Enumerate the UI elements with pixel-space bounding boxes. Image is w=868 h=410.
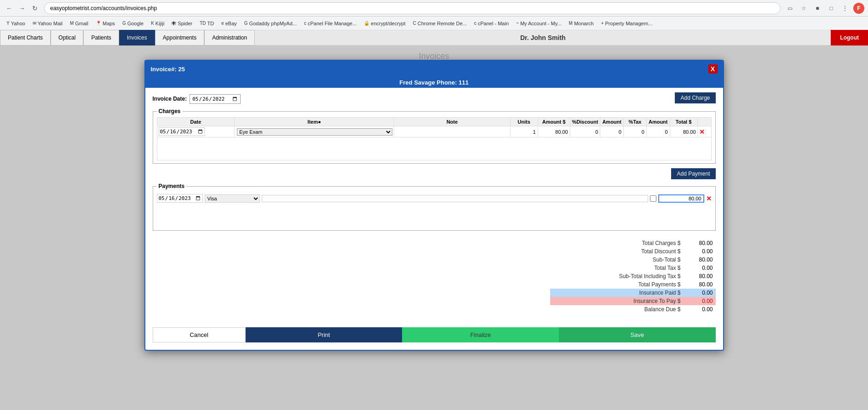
subtotal-tax-value: 80.00: [684, 272, 716, 280]
forward-button[interactable]: →: [17, 3, 28, 14]
totals-table: Total Charges $ 80.00 Total Discount $ 0…: [550, 239, 716, 313]
menu-icon[interactable]: ⋮: [839, 3, 851, 14]
charge-amount-input[interactable]: [540, 129, 569, 135]
bookmarks-bar: Y Yahoo ✉ Yahoo Mail M Gmail 📍 Maps G Go…: [0, 17, 868, 30]
payment-amount-input[interactable]: [658, 194, 704, 203]
total-payments-label: Total Payments $: [550, 280, 684, 289]
subtotal-tax-label: Sub-Total Including Tax $: [550, 272, 684, 280]
charge-date-input[interactable]: [159, 127, 205, 136]
reload-button[interactable]: ↻: [29, 3, 40, 14]
charge-delete-cell: ✕: [697, 126, 711, 137]
bookmark-property[interactable]: + Property Managem...: [598, 20, 655, 27]
charge-delete-button[interactable]: ✕: [699, 128, 705, 136]
charge-discount-amt-input[interactable]: [602, 129, 622, 135]
bookmark-yahoo[interactable]: Y Yahoo: [4, 20, 28, 27]
total-payments-row: Total Payments $ 80.00: [550, 280, 716, 289]
bookmark-cpanel-file[interactable]: c cPanel File Manage...: [301, 20, 359, 27]
col-delete: [697, 118, 711, 126]
page-background: Invoices Invoice#: 25 X Fred Savage Phon…: [0, 46, 868, 410]
bookmark-ebay[interactable]: e eBay: [218, 20, 240, 27]
bookmark-monarch[interactable]: M Monarch: [566, 20, 597, 27]
tab-invoices[interactable]: Invoices: [119, 30, 155, 46]
bookmark-chrome-remote[interactable]: C Chrome Remote De...: [410, 20, 470, 27]
bookmark-cpanel-file-label: cPanel File Manage...: [308, 21, 356, 26]
total-charges-value: 80.00: [684, 239, 716, 247]
bookmark-maps[interactable]: 📍 Maps: [93, 20, 118, 27]
window-icon[interactable]: □: [826, 3, 837, 14]
cpanel-main-icon: c: [474, 21, 477, 26]
modal-title: Invoice#: 25: [151, 66, 185, 73]
bookmark-godaddy-label: Godaddy phpMyAd...: [249, 21, 297, 26]
cast-icon[interactable]: ▭: [784, 3, 795, 14]
doctor-name: Dr. John Smith: [255, 34, 831, 41]
col-date: Date: [157, 118, 235, 126]
charges-legend: Charges: [157, 108, 183, 114]
finalize-button[interactable]: Finalize: [402, 327, 559, 342]
bookmark-property-label: Property Managem...: [605, 21, 653, 26]
tab-appointments[interactable]: Appointments: [155, 30, 204, 46]
subtotal-value: 80.00: [684, 256, 716, 264]
td-icon: TD: [200, 21, 206, 26]
bookmark-kijiji[interactable]: K Kijiji: [148, 20, 167, 27]
balance-due-value: 0.00: [684, 305, 716, 313]
payment-note-input[interactable]: [262, 195, 648, 202]
print-button[interactable]: Print: [246, 327, 402, 342]
bookmark-encrypt-label: encrypt/decrypt: [371, 21, 405, 26]
tab-optical[interactable]: Optical: [51, 30, 83, 46]
yahoo-icon: Y: [6, 21, 10, 26]
bookmark-icon[interactable]: ☆: [798, 3, 809, 14]
charge-tax-pct-input[interactable]: [625, 129, 645, 135]
bookmark-google[interactable]: G Google: [120, 20, 146, 27]
payment-row: Visa MasterCard Cash Cheque Insurance ✕: [157, 194, 712, 203]
add-payment-button[interactable]: Add Payment: [671, 168, 715, 179]
save-button[interactable]: Save: [559, 327, 716, 342]
charge-amount-cell: [538, 126, 570, 137]
back-button[interactable]: ←: [4, 3, 15, 14]
charges-table: Date Item● Note Units Amount $ %Discount…: [157, 117, 712, 160]
invoice-date-input[interactable]: [190, 94, 241, 104]
payment-date-input[interactable]: [157, 194, 203, 203]
bookmark-godaddy[interactable]: G Godaddy phpMyAd...: [241, 20, 299, 27]
ebay-icon: e: [221, 21, 224, 26]
bookmark-kijiji-label: Kijiji: [155, 21, 165, 26]
charge-discount-pct-input[interactable]: [572, 129, 599, 135]
encrypt-icon: 🔒: [364, 21, 369, 26]
total-tax-value: 0.00: [684, 264, 716, 272]
total-discount-label: Total Discount $: [550, 247, 684, 256]
add-charge-button[interactable]: Add Charge: [675, 92, 715, 103]
insurance-topay-label: Insurance To Pay $: [550, 297, 684, 305]
payment-checkbox[interactable]: [650, 195, 656, 202]
bookmark-chrome-remote-label: Chrome Remote De...: [418, 21, 467, 26]
total-payments-value: 80.00: [684, 280, 716, 289]
cancel-button[interactable]: Cancel: [153, 327, 246, 342]
tab-administration[interactable]: Administration: [204, 30, 255, 46]
bookmark-yahoo-label: Yahoo: [11, 21, 25, 26]
bookmark-gmail[interactable]: M Gmail: [67, 20, 91, 27]
payment-delete-button[interactable]: ✕: [706, 195, 712, 202]
bookmark-my-account[interactable]: ~ My Account - My...: [513, 20, 564, 27]
tab-patient-charts[interactable]: Patient Charts: [0, 30, 51, 46]
payment-method-select[interactable]: Visa MasterCard Cash Cheque Insurance: [205, 194, 260, 203]
charge-units-input[interactable]: [512, 129, 536, 135]
browser-bar: ← → ↻ ▭ ☆ ■ □ ⋮ F: [0, 0, 868, 17]
modal-close-button[interactable]: X: [708, 64, 718, 74]
monarch-icon: M: [569, 21, 573, 26]
browser-icons: ▭ ☆ ■ □ ⋮ F: [784, 3, 864, 14]
address-bar[interactable]: [44, 2, 781, 14]
bookmark-cpanel-main[interactable]: c cPanel - Main: [471, 20, 512, 27]
bookmark-yahoo-mail[interactable]: ✉ Yahoo Mail: [30, 20, 65, 27]
logout-button[interactable]: Logout: [831, 30, 868, 46]
charge-tax-amt-input[interactable]: [648, 129, 668, 135]
subtotal-tax-row: Sub-Total Including Tax $ 80.00: [550, 272, 716, 280]
balance-due-label: Balance Due $: [550, 305, 684, 313]
bookmark-spider[interactable]: 🕷 Spider: [169, 20, 195, 27]
charge-item-select[interactable]: Eye Exam: [237, 128, 392, 136]
extensions-icon[interactable]: ■: [812, 3, 823, 14]
charge-note-input[interactable]: [396, 129, 508, 135]
insurance-paid-label: Insurance Paid $: [550, 289, 684, 297]
tab-patients[interactable]: Patients: [83, 30, 119, 46]
bookmark-encrypt[interactable]: 🔒 encrypt/decrypt: [361, 20, 408, 27]
modal-overlay: Invoice#: 25 X Fred Savage Phone: 111 In…: [144, 60, 724, 351]
user-avatar[interactable]: F: [853, 3, 864, 14]
bookmark-td[interactable]: TD TD: [197, 20, 217, 27]
